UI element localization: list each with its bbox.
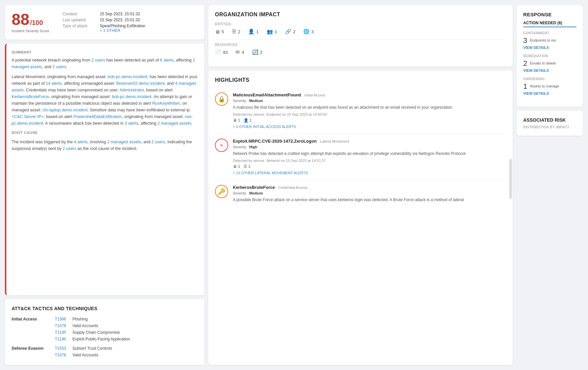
hardening-title: HARDENING — [523, 77, 576, 81]
score-header: 88 /100 Incident Severity Score Created:… — [12, 12, 198, 33]
resources-label: RESOURCES — [215, 43, 506, 47]
entity-servers: ☰ 2 — [232, 29, 240, 35]
link-bob-pc[interactable]: bob-pc.demo.incident — [108, 74, 147, 79]
link-bob-pc2[interactable]: bob-pc.demo.incident — [112, 94, 152, 99]
assoc-risk-card: ASSOCIATED RISK DISTRIBUTION BY IMPACT — [517, 111, 583, 136]
tech-id-T1078a[interactable]: T1078 — [55, 323, 70, 328]
groups-count: 1 — [275, 29, 277, 34]
link-fileserver[interactable]: fileserver02.demo.incident — [116, 81, 165, 86]
summary-link-users2[interactable]: 2 users — [52, 64, 66, 69]
connections-icon: 🔗 — [285, 29, 291, 35]
summary-content: A potential network breach originating f… — [12, 57, 198, 152]
highlight-desc-2: A possible Brute Force attack on a servi… — [233, 197, 506, 203]
score-card: 88 /100 Incident Severity Score Created:… — [5, 5, 204, 40]
containment-item: 3 Endpoints to iso — [523, 37, 576, 44]
updated-value: 15 Sep 2023, 15:01:32 — [100, 18, 140, 22]
highlights-title: HIGHLIGHTS — [215, 77, 506, 83]
remediation-title: REMEDIATION — [523, 54, 576, 58]
hardening-view-details[interactable]: VIEW DETAILS — [523, 91, 576, 95]
hardening-item: 1 Assets to manage — [523, 83, 576, 90]
remediation-item: 2 Emails to delete — [523, 60, 576, 67]
score-number: 88 /100 — [12, 12, 49, 28]
technique-row: T1553 Subvert Trust Controls — [55, 345, 198, 352]
rc-link-2users2[interactable]: 2 users — [63, 146, 76, 151]
containment-title: CONTAINMENT — [523, 31, 576, 35]
hardening-section: HARDENING 1 Assets to manage VIEW DETAIL… — [523, 77, 576, 95]
more-alerts-0[interactable]: + 5 OTHER INITIAL ACCESS ALERTS — [233, 125, 296, 129]
summary-link-alerts[interactable]: 6 alerts — [160, 58, 174, 62]
highlight-cat-0: Initial Access — [304, 93, 326, 97]
link-powershell[interactable]: PowershellDataExfiltration — [73, 114, 122, 119]
technique-row: T1566 Phishing — [55, 316, 198, 322]
link-admin[interactable]: Administrator — [120, 88, 144, 92]
link-cnc[interactable]: <C&C Server IP> — [12, 114, 44, 119]
right-panel: RESPONSE ACTION NEEDED (6) CONTAINMENT 3… — [517, 5, 583, 365]
tech-name-T1078b: Valid Accounts — [72, 353, 98, 357]
created-row: Created: 15 Sep 2023, 15:01:32 — [62, 12, 145, 16]
attack-other-link[interactable]: + 1 OTHER — [100, 28, 145, 33]
res-computer-1: 🖥 1 — [233, 164, 240, 169]
created-label: Created: — [62, 12, 96, 16]
link-runkey[interactable]: RunKeyWritten — [152, 101, 180, 106]
rc-link-4alerts[interactable]: 4 alerts — [74, 140, 88, 144]
hardening-desc: Assets to manage — [530, 83, 559, 89]
more-alerts-1[interactable]: + 13 OTHER LATERAL MOVEMENT ALERTS — [233, 171, 308, 175]
tech-id-T1078b[interactable]: T1078 — [55, 353, 70, 357]
connections-count: 2 — [293, 29, 295, 34]
tech-id-T1553[interactable]: T1553 — [55, 346, 70, 351]
highlight-name-1[interactable]: Exploit.NRPC.CVE-2020-1472.ZeroLogon — [233, 139, 317, 144]
tactic-techniques-0: T1566 Phishing T1078 Valid Accounts T119… — [55, 316, 198, 342]
technique-row: T1078 Valid Accounts — [55, 322, 198, 329]
resource-row-0: 🖥 1 👤 1 — [233, 118, 506, 123]
entity-connections: 🔗 2 — [285, 29, 295, 35]
containment-view-details[interactable]: VIEW DETAILS — [523, 46, 576, 50]
hardening-count: 1 — [523, 83, 527, 90]
highlight-content-2: KerberosBruteForce Credential Access Sev… — [233, 185, 506, 205]
tech-id-T1195[interactable]: T1195 — [55, 330, 70, 335]
link-kerberos[interactable]: KerberosBruteForce — [12, 94, 49, 99]
entity-computers: 🖥 5 — [215, 29, 224, 35]
tactic-defense-evasion: Defense Evasion T1553 Subvert Trust Cont… — [12, 345, 198, 358]
tech-id-T1566[interactable]: T1566 — [55, 317, 70, 321]
link-4assets[interactable]: 4 managed assets — [12, 81, 196, 92]
link-cfo[interactable]: cfo-laptop.demo.incident — [42, 108, 87, 112]
summary-para1: A potential network breach originating f… — [12, 57, 198, 70]
resources-row: 📄 93 ✉ 4 🔄 2 — [215, 49, 506, 55]
highlight-content-0: MaliciousEmailAttachmentFound Initial Ac… — [233, 92, 506, 129]
highlight-title-row-2: KerberosBruteForce Credential Access — [233, 185, 506, 190]
updated-label: Last updated: — [62, 18, 96, 22]
severity-val-2: Medium — [249, 191, 263, 195]
summary-para2: Lateral Movement, originating from manag… — [12, 73, 198, 127]
score-value: 88 — [12, 12, 29, 28]
resource-row-1: 🖥 1 ☰ 1 — [233, 164, 506, 169]
emails-count: 4 — [242, 50, 244, 55]
containment-section: CONTAINMENT 3 Endpoints to iso VIEW DETA… — [523, 31, 576, 50]
tech-id-T1190[interactable]: T1190 — [55, 337, 70, 341]
highlight-desc-0: A malicious file that has been detected … — [233, 104, 506, 110]
highlight-name-2[interactable]: KerberosBruteForce — [233, 185, 275, 190]
highlight-cat-1: Lateral Movement — [320, 139, 349, 143]
attack-card: ATT&CK TACTICS AND TECHNIQUES Initial Ac… — [5, 299, 204, 365]
technique-row: T1190 Exploit Public-Facing Application — [55, 336, 198, 342]
highlight-title-row-1: Exploit.NRPC.CVE-2020-1472.ZeroLogon Lat… — [233, 139, 506, 144]
link-14alerts[interactable]: 14 alerts — [46, 81, 62, 86]
remediation-desc: Emails to delete — [530, 60, 556, 66]
rc-link-2users[interactable]: 2 users — [151, 140, 165, 144]
highlight-name-0[interactable]: MaliciousEmailAttachmentFound — [233, 92, 301, 97]
attack-title: ATT&CK TACTICS AND TECHNIQUES — [12, 306, 198, 311]
rc-link-2assets[interactable]: 2 managed assets — [107, 140, 141, 144]
computers-count: 5 — [222, 29, 224, 34]
link-2assets[interactable]: 2 managed assets — [157, 121, 191, 126]
created-value: 15 Sep 2023, 15:01:32 — [100, 12, 140, 16]
tech-name-T1190: Exploit Public-Facing Application — [72, 337, 130, 341]
remediation-view-details[interactable]: VIEW DETAILS — [523, 68, 576, 72]
resource-files: 📄 93 — [215, 49, 228, 55]
link-3alerts[interactable]: 3 alerts — [125, 121, 139, 126]
tech-name-T1195: Supply Chain Compromise — [72, 330, 120, 335]
summary-link-users1[interactable]: 2 users — [91, 58, 105, 62]
highlight-item-0: 🔒 MaliciousEmailAttachmentFound Initial … — [215, 88, 506, 134]
score-denominator: /100 — [30, 19, 43, 27]
scrollbar[interactable] — [509, 159, 512, 199]
entities-label: ENTITIES — [215, 22, 506, 26]
score-block: 88 /100 Incident Severity Score — [12, 12, 49, 33]
